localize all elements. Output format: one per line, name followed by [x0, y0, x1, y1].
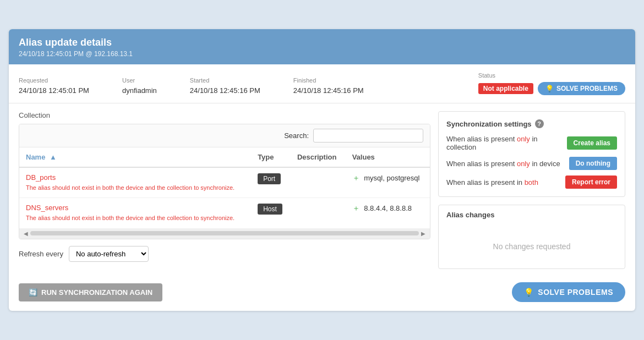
col-type: Type: [251, 147, 291, 167]
main-content: Collection Search: Name ▲ T: [9, 103, 635, 277]
finished-label: Finished: [293, 77, 364, 84]
horizontal-scrollbar[interactable]: ◀ ▶: [19, 228, 430, 239]
sync-row: When alias is present in both Report err…: [446, 176, 617, 189]
finished-value: 24/10/18 12:45:16 PM: [293, 86, 364, 95]
no-changes-text: No changes requested: [493, 242, 571, 251]
cell-name: DNS_servers The alias should not exist i…: [19, 198, 251, 228]
cell-type: Host: [251, 198, 291, 228]
info-bar: Requested 24/10/18 12:45:01 PM User dynf…: [9, 64, 635, 103]
page-header: Alias update details 24/10/18 12:45:01 P…: [9, 29, 635, 64]
alias-changes-title: Alias changes: [439, 205, 625, 224]
type-badge: Host: [258, 204, 282, 215]
col-description: Description: [291, 147, 346, 167]
left-panel: Collection Search: Name ▲ T: [19, 111, 430, 269]
collection-title: Collection: [19, 111, 430, 119]
search-bar: Search:: [19, 124, 430, 147]
bulb-icon-sm: 💡: [545, 85, 554, 92]
user-value: dynfiadmin: [122, 86, 157, 95]
user-label: User: [122, 77, 157, 84]
value-plus-icon: ＋: [352, 204, 360, 212]
col-values: Values: [346, 147, 430, 167]
alias-error: The alias should not exist in both the d…: [26, 184, 244, 192]
solve-problems-lg-label: SOLVE PROBLEMS: [538, 288, 613, 297]
sync-desc: When alias is present only in device: [446, 160, 565, 168]
col-name[interactable]: Name ▲: [19, 147, 251, 167]
sync-settings-title: Synchronization settings ?: [446, 119, 617, 128]
scroll-left-icon[interactable]: ◀: [24, 231, 28, 237]
sync-title-text: Synchronization settings: [446, 120, 532, 128]
values-text: mysql, postgresql: [364, 174, 419, 182]
refresh-label: Refresh every: [19, 250, 63, 258]
col-name-label: Name: [26, 153, 45, 161]
search-input[interactable]: [313, 129, 423, 142]
cell-values: ＋ 8.8.4.4, 8.8.8.8: [346, 198, 430, 228]
user-field: User dynfiadmin: [122, 77, 157, 95]
alias-error: The alias should not exist in both the d…: [26, 214, 244, 222]
alias-name: DNS_servers: [26, 204, 244, 212]
sync-action-button[interactable]: Create alias: [567, 136, 617, 150]
started-value: 24/10/18 12:45:16 PM: [190, 86, 260, 95]
finished-field: Finished 24/10/18 12:45:16 PM: [293, 77, 364, 95]
main-container: Alias update details 24/10/18 12:45:01 P…: [9, 29, 635, 311]
solve-problems-sm-label: SOLVE PROBLEMS: [556, 85, 618, 92]
cell-values: ＋ mysql, postgresql: [346, 167, 430, 198]
collection-table: Name ▲ Type Description Values DB_ports …: [19, 147, 430, 228]
sync-action-button[interactable]: Do nothing: [569, 157, 617, 170]
sync-icon: 🔄: [29, 288, 37, 297]
value-plus-icon: ＋: [352, 173, 360, 182]
alias-changes-box: Alias changes No changes requested: [438, 205, 625, 269]
sync-settings-box: Synchronization settings ? When alias is…: [438, 111, 625, 197]
refresh-row: Refresh every No auto-refresh30 seconds1…: [19, 246, 430, 262]
page-title: Alias update details: [19, 37, 625, 48]
sort-arrow-icon: ▲: [50, 153, 57, 161]
sync-highlight: only: [517, 135, 530, 143]
requested-label: Requested: [19, 77, 89, 84]
cell-type: Port: [251, 167, 291, 198]
table-row: DNS_servers The alias should not exist i…: [19, 198, 430, 228]
values-text: 8.8.4.4, 8.8.8.8: [364, 204, 412, 212]
sync-highlight: only: [517, 160, 530, 168]
solve-problems-button-sm[interactable]: 💡 SOLVE PROBLEMS: [538, 82, 625, 95]
sync-highlight: both: [525, 178, 538, 187]
requested-value: 24/10/18 12:45:01 PM: [19, 86, 89, 95]
scrollbar-track[interactable]: [30, 231, 419, 235]
scroll-right-icon[interactable]: ▶: [421, 231, 425, 237]
started-field: Started 24/10/18 12:45:16 PM: [190, 77, 260, 95]
solve-problems-button-lg[interactable]: 💡 SOLVE PROBLEMS: [512, 282, 625, 302]
bulb-icon-lg: 💡: [524, 288, 534, 297]
refresh-select[interactable]: No auto-refresh30 seconds1 minute5 minut…: [69, 246, 149, 262]
cell-description: [291, 167, 346, 198]
sync-desc: When alias is present in both: [446, 178, 561, 187]
status-area: Status Not applicable 💡 SOLVE PROBLEMS: [478, 72, 625, 95]
cell-name: DB_ports The alias should not exist in b…: [19, 167, 251, 198]
status-label: Status: [478, 72, 495, 79]
collection-table-wrapper: Search: Name ▲ Type Description Va: [19, 124, 430, 239]
header-subtitle: 24/10/18 12:45:01 PM @ 192.168.13.1: [19, 50, 625, 58]
alias-name: DB_ports: [26, 173, 244, 182]
bottom-bar: 🔄 RUN SYNCHRONIZATION AGAIN 💡 SOLVE PROB…: [9, 277, 635, 311]
alias-changes-body: No changes requested: [439, 224, 625, 268]
search-label: Search:: [284, 131, 309, 140]
cell-description: [291, 198, 346, 228]
sync-row: When alias is present only in device Do …: [446, 157, 617, 170]
not-applicable-badge: Not applicable: [478, 83, 533, 94]
run-sync-button[interactable]: 🔄 RUN SYNCHRONIZATION AGAIN: [19, 283, 162, 301]
sync-row: When alias is present only in collection…: [446, 135, 617, 151]
sync-desc: When alias is present only in collection: [446, 135, 563, 151]
started-label: Started: [190, 77, 260, 84]
requested-field: Requested 24/10/18 12:45:01 PM: [19, 77, 89, 95]
help-icon[interactable]: ?: [535, 119, 544, 128]
type-badge: Port: [258, 173, 281, 184]
run-sync-label: RUN SYNCHRONIZATION AGAIN: [41, 288, 152, 297]
sync-action-button[interactable]: Report error: [565, 176, 617, 189]
status-badges: Not applicable 💡 SOLVE PROBLEMS: [478, 82, 625, 95]
table-row: DB_ports The alias should not exist in b…: [19, 167, 430, 198]
right-panel: Synchronization settings ? When alias is…: [438, 111, 625, 269]
